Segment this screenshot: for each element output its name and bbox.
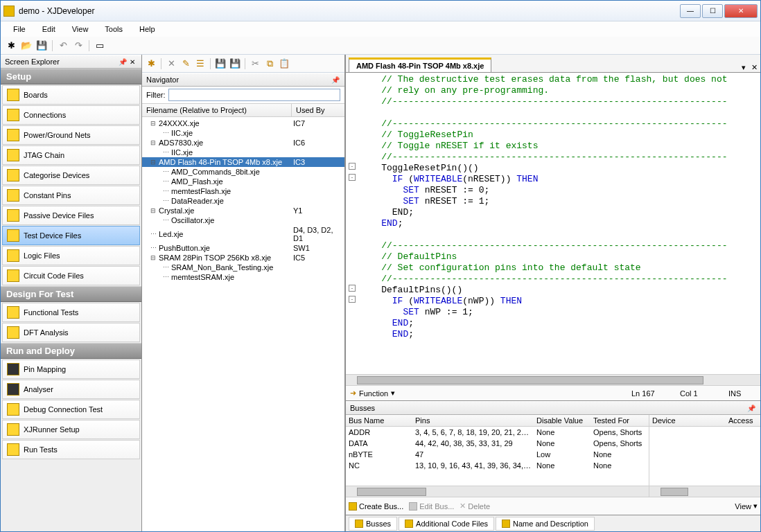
- expand-icon[interactable]: ⋯: [161, 264, 170, 271]
- sidebar-item-tdf[interactable]: Test Device Files: [2, 226, 140, 245]
- nav-saveall-icon[interactable]: 💾: [229, 57, 241, 70]
- expand-icon[interactable]: ⋯: [149, 245, 157, 251]
- expand-icon[interactable]: ⊟: [149, 159, 157, 166]
- tree-row[interactable]: ⋯Oscillator.xje: [142, 215, 344, 225]
- pin-icon[interactable]: 📌: [746, 405, 756, 412]
- expand-icon[interactable]: ⋯: [161, 217, 170, 224]
- nav-wand-icon[interactable]: ✎: [180, 57, 192, 70]
- sidebar-item-dct[interactable]: Debug Connection Test: [2, 400, 140, 419]
- tab-busses[interactable]: Busses: [349, 517, 397, 531]
- sidebar-item-ccf[interactable]: Circuit Code Files: [2, 266, 140, 285]
- expand-icon[interactable]: ⋯: [149, 231, 157, 238]
- expand-icon[interactable]: ⊟: [149, 139, 157, 146]
- new-icon[interactable]: ✱: [5, 39, 17, 52]
- tab-dropdown-icon[interactable]: ▾: [739, 63, 749, 72]
- expand-icon[interactable]: ⋯: [161, 274, 170, 281]
- code-editor[interactable]: // The destructive test erases data from…: [346, 73, 760, 374]
- expand-icon[interactable]: ⋯: [161, 130, 170, 136]
- sidebar-item-pdf[interactable]: Passive Device Files: [2, 206, 140, 225]
- busses-right-hscrollbar[interactable]: [649, 486, 760, 497]
- fold-icon[interactable]: -: [349, 285, 356, 292]
- redo-icon[interactable]: ↷: [72, 39, 85, 52]
- sidebar-item-pgn[interactable]: Power/Ground Nets: [2, 125, 140, 145]
- nav-delete-icon[interactable]: ✕: [165, 57, 177, 70]
- window-icon[interactable]: ▭: [94, 39, 106, 52]
- expand-icon[interactable]: ⋯: [161, 149, 170, 156]
- tab-close-icon[interactable]: ✕: [749, 63, 760, 72]
- tree-row[interactable]: ⊟ADS7830.xjeIC6: [142, 138, 344, 148]
- sidebar-item-cat[interactable]: Categorise Devices: [2, 166, 140, 185]
- undo-icon[interactable]: ↶: [57, 39, 69, 52]
- tree-row[interactable]: ⋯AMD_Flash.xje: [142, 177, 344, 186]
- open-icon[interactable]: 📂: [20, 39, 33, 52]
- tree-row[interactable]: ⋯Led.xjeD4, D3, D2, D1: [142, 225, 344, 243]
- tab-name-description[interactable]: Name and Description: [496, 517, 595, 531]
- menu-view[interactable]: View: [65, 24, 96, 35]
- sidebar-item-cpins[interactable]: Constant Pins: [2, 186, 140, 205]
- bus-row[interactable]: DATA44, 42, 40, 38, 35, 33, 31, 29NoneOp…: [346, 438, 649, 449]
- col-pins[interactable]: Pins: [412, 415, 534, 426]
- bus-row[interactable]: nBYTE47LowNone: [346, 449, 649, 460]
- close-icon[interactable]: ✕: [128, 58, 137, 66]
- tree-row[interactable]: ⋯PushButton.xjeSW1: [142, 243, 344, 253]
- busses-hscrollbar[interactable]: [346, 486, 649, 497]
- delete-bus-button[interactable]: ✕Delete: [460, 502, 490, 511]
- expand-icon[interactable]: ⊟: [149, 207, 157, 214]
- pin-icon[interactable]: 📌: [331, 76, 340, 84]
- create-bus-button[interactable]: Create Bus...: [349, 502, 403, 511]
- sidebar-item-ft[interactable]: Functional Tests: [2, 303, 140, 322]
- fold-icon[interactable]: -: [349, 163, 356, 170]
- navigator-tree[interactable]: ⊟24XXXX.xjeIC7⋯IIC.xje⊟ADS7830.xjeIC6⋯II…: [142, 117, 344, 531]
- tree-row[interactable]: ⊟SRAM 28Pin TSOP 256Kb x8.xjeIC5: [142, 253, 344, 263]
- nav-cut-icon[interactable]: ✂: [249, 57, 261, 70]
- nav-paste-icon[interactable]: 📋: [278, 57, 290, 70]
- sidebar-item-jtag[interactable]: JTAG Chain: [2, 145, 140, 165]
- expand-icon[interactable]: ⋯: [161, 168, 170, 175]
- sidebar-item-xrs[interactable]: XJRunner Setup: [2, 420, 140, 439]
- function-dropdown[interactable]: Function: [359, 389, 388, 398]
- col-filename[interactable]: Filename (Relative to Project): [142, 104, 292, 116]
- expand-icon[interactable]: ⊟: [149, 254, 157, 261]
- nav-new-icon[interactable]: ✱: [145, 57, 157, 70]
- menu-edit[interactable]: Edit: [35, 24, 62, 35]
- nav-list-icon[interactable]: ☰: [194, 57, 207, 70]
- col-device[interactable]: Device: [649, 415, 726, 426]
- menu-file[interactable]: File: [6, 24, 33, 35]
- tree-row[interactable]: ⋯DataReader.xje: [142, 196, 344, 206]
- col-bus-name[interactable]: Bus Name: [346, 415, 412, 426]
- close-button[interactable]: ✕: [724, 4, 758, 18]
- edit-bus-button[interactable]: Edit Bus...: [409, 502, 454, 511]
- bus-row[interactable]: NC13, 10, 9, 16, 43, 41, 39, 36, 34, 32,…: [346, 460, 649, 471]
- col-tested-for[interactable]: Tested For: [591, 415, 649, 426]
- filter-input[interactable]: [168, 89, 341, 101]
- tree-row[interactable]: ⋯IIC.xje: [142, 148, 344, 157]
- col-usedby[interactable]: Used By: [292, 104, 344, 116]
- menu-help[interactable]: Help: [132, 24, 162, 35]
- sidebar-item-dft[interactable]: DFT Analysis: [2, 323, 140, 342]
- tree-row[interactable]: ⊟AMD Flash 48-Pin TSOP 4Mb x8.xjeIC3: [142, 157, 344, 167]
- tab-additional-code[interactable]: Additional Code Files: [399, 517, 494, 531]
- sidebar-item-pm[interactable]: Pin Mapping: [2, 360, 140, 379]
- nav-save-icon[interactable]: 💾: [214, 57, 227, 70]
- menu-tools[interactable]: Tools: [98, 24, 130, 35]
- col-disable-value[interactable]: Disable Value: [534, 415, 591, 426]
- tree-row[interactable]: ⊟24XXXX.xjeIC7: [142, 118, 344, 128]
- horizontal-scrollbar[interactable]: [346, 374, 760, 385]
- expand-icon[interactable]: ⊟: [149, 120, 157, 127]
- tree-row[interactable]: ⊟Crystal.xjeY1: [142, 206, 344, 215]
- busses-table[interactable]: ADDR3, 4, 5, 6, 7, 8, 18, 19, 20, 21, 22…: [346, 427, 649, 486]
- tree-row[interactable]: ⋯AMD_Commands_8bit.xje: [142, 167, 344, 177]
- sidebar-item-an[interactable]: Analyser: [2, 380, 140, 399]
- expand-icon[interactable]: ⋯: [161, 178, 170, 185]
- sidebar-item-lf[interactable]: Logic Files: [2, 246, 140, 265]
- tree-row[interactable]: ⋯IIC.xje: [142, 128, 344, 138]
- tree-row[interactable]: ⋯memtestFlash.xje: [142, 186, 344, 196]
- editor-tab[interactable]: AMD Flash 48-Pin TSOP 4Mb x8.xje: [349, 57, 491, 72]
- tree-row[interactable]: ⋯SRAM_Non_Bank_Testing.xje: [142, 263, 344, 272]
- bus-row[interactable]: ADDR3, 4, 5, 6, 7, 8, 18, 19, 20, 21, 22…: [346, 427, 649, 438]
- view-dropdown[interactable]: View ▾: [735, 502, 758, 511]
- nav-copy-icon[interactable]: ⧉: [263, 57, 276, 70]
- col-access[interactable]: Access: [726, 415, 760, 426]
- expand-icon[interactable]: ⋯: [161, 188, 170, 195]
- tree-row[interactable]: ⋯memtestSRAM.xje: [142, 272, 344, 282]
